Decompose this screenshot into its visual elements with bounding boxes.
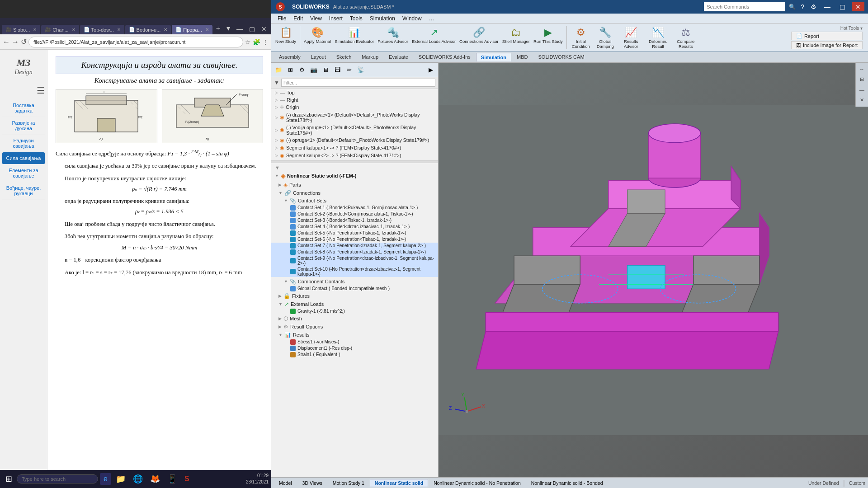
ft-mesh[interactable]: ▶ ⬡ Mesh: [271, 314, 438, 323]
ft-item-segment2[interactable]: ▷ ◉ Segment kalupa<2> -> ? (FEM<Display …: [271, 152, 438, 160]
tab-addins[interactable]: SOLIDWORKS Add-Ins: [414, 52, 476, 61]
ribbon-btn-shell[interactable]: 🗂 Shell Manager: [501, 25, 531, 50]
ribbon-btn-initial-cond[interactable]: ⚙ InitialCondition: [569, 25, 593, 50]
ribbon-btn-ext-loads[interactable]: ↗ External Loads Advisor: [410, 25, 457, 50]
browser-tab-slobo[interactable]: 🎥 Slobo... ✕: [2, 25, 40, 34]
tab-assembly[interactable]: Assembly: [274, 52, 306, 61]
taskbar-app-firefox[interactable]: 🦊: [147, 472, 163, 486]
filter-input[interactable]: [281, 79, 435, 87]
ft-btn-featuretree[interactable]: 📁: [273, 64, 284, 75]
vp-btn-3[interactable]: —: [857, 85, 867, 95]
ft-btn-annotation[interactable]: ✏: [344, 64, 354, 75]
nav-item-postavka[interactable]: Поставка задатка: [2, 99, 45, 117]
ft-item-origin[interactable]: ▷ ✛ Origin: [271, 103, 438, 111]
nav-item-vodice[interactable]: Вођице, чауре, рукавци: [2, 182, 45, 200]
browser-menu-button[interactable]: ⋮: [262, 38, 269, 46]
refresh-button[interactable]: ↺: [21, 38, 27, 46]
tab-close-icon[interactable]: ✕: [164, 27, 167, 32]
sw-close-button[interactable]: ✕: [852, 2, 864, 11]
ribbon-btn-connections[interactable]: 🔗 Connections Advisor: [458, 25, 500, 50]
contact-set-1[interactable]: Contact Set-1 (-Bonded<Rukavac-1, Gornji…: [271, 205, 438, 211]
ft-parts[interactable]: ▶ ◈ Parts: [271, 181, 438, 189]
ribbon-btn-results-adv[interactable]: 📈 ResultsAdvisor: [618, 25, 644, 50]
bottom-tab-model[interactable]: Model: [274, 479, 297, 487]
ft-displacement1[interactable]: Displacement1 (-Res disp-): [271, 345, 438, 352]
ft-strain1[interactable]: Strain1 (-Equivalent-): [271, 352, 438, 358]
ft-results[interactable]: ▼ 📊 Results: [271, 331, 438, 339]
ribbon-btn-fixtures[interactable]: 🔩 Fixtures Advisor: [376, 25, 410, 50]
browser-tab-chan[interactable]: 🎥 Chan... ✕: [41, 25, 79, 34]
ft-item-vodija[interactable]: ▷ ◉ (-) Vodija opruge<1> (Default<<Defau…: [271, 124, 438, 136]
tab-close-icon[interactable]: ✕: [117, 27, 121, 32]
ft-result-options[interactable]: ▶ ⚙ Result Options: [271, 323, 438, 331]
bookmark-button[interactable]: ☆: [245, 38, 251, 46]
ft-gravity[interactable]: Gravity-1 (-9.81 m/s^2;): [271, 308, 438, 314]
ft-item-opruga[interactable]: ▷ ◉ (-) opruga<1> (Default<<Default>_Pho…: [271, 136, 438, 144]
search-icon[interactable]: 🔍: [789, 4, 796, 10]
ft-component-contacts[interactable]: ▼ 📎 Component Contacts: [271, 278, 438, 286]
menu-tools[interactable]: Tools: [346, 14, 366, 23]
close-button[interactable]: ✕: [259, 23, 269, 34]
ft-item-right[interactable]: ▷ — Right: [271, 96, 438, 103]
ribbon-btn-sim-eval[interactable]: 📊 Simulation Evaluator: [333, 25, 375, 50]
ribbon-btn-new-study[interactable]: 📋 New Study: [274, 25, 297, 50]
bottom-tab-nonlinear-dynamic-np[interactable]: Nonlinear Dynamic solid - No Penetration: [429, 479, 526, 487]
maximize-button[interactable]: ▢: [246, 23, 258, 34]
ft-btn-properties[interactable]: ⊞: [285, 64, 296, 75]
vp-btn-2[interactable]: ⊞: [857, 75, 867, 84]
contact-set-2[interactable]: Contact Set-2 (-Bonded<Gornji nosac alat…: [271, 211, 438, 217]
forward-button[interactable]: →: [12, 38, 19, 46]
tab-sketch[interactable]: Sketch: [331, 52, 357, 61]
ribbon-btn-compare[interactable]: ⚖ CompareResults: [672, 25, 699, 50]
ft-btn-camera[interactable]: 📷: [308, 64, 319, 75]
taskbar-app-viber[interactable]: 📱: [165, 472, 180, 486]
ft-stress1[interactable]: Stress1 (-vonMises-): [271, 339, 438, 345]
tab-markup[interactable]: Markup: [357, 52, 383, 61]
address-bar[interactable]: [28, 37, 243, 47]
menu-more[interactable]: …: [425, 14, 438, 23]
contact-set-6[interactable]: Contact Set-6 (-No Penetration<Tiskac-1,…: [271, 236, 438, 243]
menu-simulation[interactable]: Simulation: [366, 14, 399, 23]
nav-item-sila[interactable]: Сила савијања: [2, 152, 45, 164]
tab-overflow-button[interactable]: ▾: [224, 22, 233, 34]
sw-maximize-button[interactable]: ▢: [837, 2, 848, 11]
ft-btn-sensor[interactable]: 📡: [355, 64, 366, 75]
tab-layout[interactable]: Layout: [306, 52, 331, 61]
nav-item-radijusi[interactable]: Радијуси савијања: [2, 135, 45, 152]
ribbon-btn-global-damping[interactable]: 🔧 GlobalDamping: [594, 25, 617, 50]
sw-minimize-button[interactable]: —: [821, 2, 833, 11]
start-button[interactable]: ⊞: [3, 472, 15, 486]
menu-window[interactable]: Window: [399, 14, 425, 23]
ribbon-btn-apply-material[interactable]: 🎨 Apply Material: [302, 25, 332, 50]
menu-file[interactable]: File: [274, 14, 290, 23]
contact-set-8[interactable]: Contact Set-8 (-No Penetration<Izradak-1…: [271, 249, 438, 255]
menu-edit[interactable]: Edit: [290, 14, 307, 23]
bottom-tab-3d-views[interactable]: 3D Views: [297, 479, 327, 487]
ft-fixtures[interactable]: ▶ 🔒 Fixtures: [271, 292, 438, 300]
ft-item-top[interactable]: ▷ — Top: [271, 89, 438, 96]
bottom-tab-nonlinear-static[interactable]: Nonlinear Static solid: [370, 479, 428, 487]
contact-set-10[interactable]: Contact Set-10 (-No Penetration<drzac-iz…: [271, 266, 438, 277]
tab-close-icon[interactable]: ✕: [205, 27, 209, 32]
minimize-button[interactable]: —: [234, 23, 245, 34]
taskbar-app-solidworks[interactable]: S: [182, 473, 192, 485]
taskbar-app-chrome[interactable]: 🌐: [130, 472, 146, 486]
tab-simulation[interactable]: Simulation: [476, 53, 511, 61]
tab-evaluate[interactable]: Evaluate: [384, 52, 413, 61]
menu-view[interactable]: View: [307, 14, 326, 23]
sw-help-icon[interactable]: ?: [799, 3, 806, 10]
search-commands-input[interactable]: [704, 2, 785, 11]
browser-tab-prora[interactable]: 📄 Прора... ✕: [172, 25, 212, 34]
ft-contact-sets[interactable]: ▼ 📎 Contact Sets: [271, 197, 438, 205]
bottom-tab-nonlinear-dynamic-b[interactable]: Nonlinear Dynamic solid - Bonded: [526, 479, 608, 487]
taskbar-app-explorer[interactable]: 📁: [113, 472, 128, 486]
ft-connections[interactable]: ▼ 🔗 Connections: [271, 189, 438, 197]
vp-btn-1[interactable]: ↔: [857, 64, 867, 74]
contact-set-7[interactable]: Contact Set-7 (-No Penetration<Izradak-1…: [271, 243, 438, 249]
ribbon-report-btn[interactable]: 📄 Report: [791, 32, 863, 40]
ft-global-contact[interactable]: Global Contact (-Bonded-Incompatible mes…: [271, 286, 438, 292]
tab-sw-cam[interactable]: SOLIDWORKS CAM: [533, 52, 589, 61]
bottom-tab-motion[interactable]: Motion Study 1: [328, 479, 369, 487]
ft-btn-display[interactable]: 🖥: [320, 64, 331, 75]
contact-set-4[interactable]: Contact Set-4 (-Bonded<drzac-izbacivac-1…: [271, 224, 438, 230]
